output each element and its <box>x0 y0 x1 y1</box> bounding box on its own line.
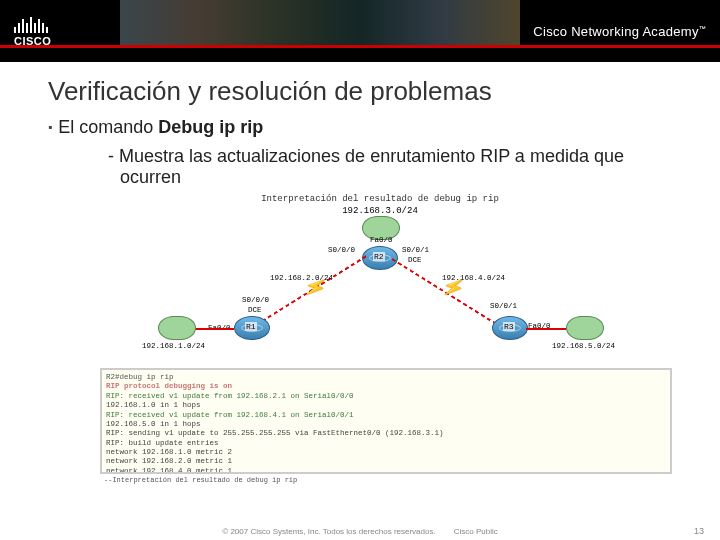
lan-link-left <box>192 328 234 330</box>
academy-label: Cisco Networking Academy™ <box>533 24 706 39</box>
bullet-level-1: ▪El comando Debug ip rip <box>48 117 680 138</box>
term-line-2: RIP: received v1 update from 192.168.2.1… <box>106 392 666 401</box>
lan-link-right <box>526 328 568 330</box>
subnet-mid-right: 192.168.4.0/24 <box>442 274 505 282</box>
router-r1-label: R1 <box>245 322 257 331</box>
cisco-logo: CISCO <box>14 15 51 47</box>
topology-canvas: R2 Fa0/0 S0/0/0 S0/0/1 DCE ⚡ ⚡ 192.168.2… <box>170 216 590 366</box>
term-line-7: RIP: build update entries <box>106 439 666 448</box>
iface-s000: S0/0/0 <box>328 246 355 254</box>
term-line-4: RIP: received v1 update from 192.168.4.1… <box>106 411 666 420</box>
term-line-9: network 192.168.2.0 metric 1 <box>106 457 666 466</box>
term-line-1: RIP protocol debugging is on <box>106 382 666 391</box>
subnet-mid-left: 192.168.2.0/24 <box>270 274 333 282</box>
term-line-3: 192.168.1.0 in 1 hops <box>106 401 666 410</box>
subnet-far-right: 192.168.5.0/24 <box>552 342 615 350</box>
router-r3-label: R3 <box>503 322 515 331</box>
academy-text: Cisco Networking Academy <box>533 24 698 39</box>
subnet-far-left: 192.168.1.0/24 <box>142 342 205 350</box>
term-line-0: R2#debug ip rip <box>106 373 666 382</box>
term-line-8: network 192.168.1.0 metric 2 <box>106 448 666 457</box>
dce-r1: DCE <box>248 306 262 314</box>
network-diagram: Interpretación del resultado de debug ip… <box>100 194 660 366</box>
dce-right: DCE <box>408 256 422 264</box>
trademark-icon: ™ <box>699 24 706 31</box>
bullet1-prefix: El comando <box>58 117 158 137</box>
iface-fa00-top: Fa0/0 <box>370 236 393 244</box>
terminal-output: R2#debug ip rip RIP protocol debugging i… <box>100 368 672 474</box>
slide-footer: © 2007 Cisco Systems, Inc. Todos los der… <box>0 527 720 536</box>
diagram-footnote: --Interpretación del resultado de debug … <box>104 476 720 484</box>
lan-cloud-left <box>158 316 196 340</box>
lan-cloud-right <box>566 316 604 340</box>
footer-label: Cisco Public <box>454 527 498 536</box>
diagram-title: Interpretación del resultado de debug ip… <box>100 194 660 204</box>
term-line-5: 192.168.5.0 in 1 hops <box>106 420 666 429</box>
iface-s000-r1: S0/0/0 <box>242 296 269 304</box>
term-line-6: RIP: sending v1 update to 255.255.255.25… <box>106 429 666 438</box>
iface-s001-r3: S0/0/1 <box>490 302 517 310</box>
footer-copyright: © 2007 Cisco Systems, Inc. Todos los der… <box>222 527 435 536</box>
subnet-top: 192.168.3.0/24 <box>100 206 660 216</box>
header-accent-bar <box>0 45 720 62</box>
term-line-10: network 192.168.4.0 metric 1 <box>106 467 666 474</box>
page-number: 13 <box>694 526 704 536</box>
cisco-logo-text: CISCO <box>14 35 51 47</box>
bullet1-bold: Debug ip rip <box>158 117 263 137</box>
bullet-level-2: - Muestra las actualizaciones de enrutam… <box>108 146 660 188</box>
slide-title: Verificación y resolución de problemas <box>48 76 720 107</box>
slide-header: CISCO Cisco Networking Academy™ <box>0 0 720 62</box>
bullet-square-icon: ▪ <box>48 120 52 134</box>
iface-s001: S0/0/1 <box>402 246 429 254</box>
router-r2-label: R2 <box>373 252 385 261</box>
cisco-bars-icon <box>14 15 48 33</box>
